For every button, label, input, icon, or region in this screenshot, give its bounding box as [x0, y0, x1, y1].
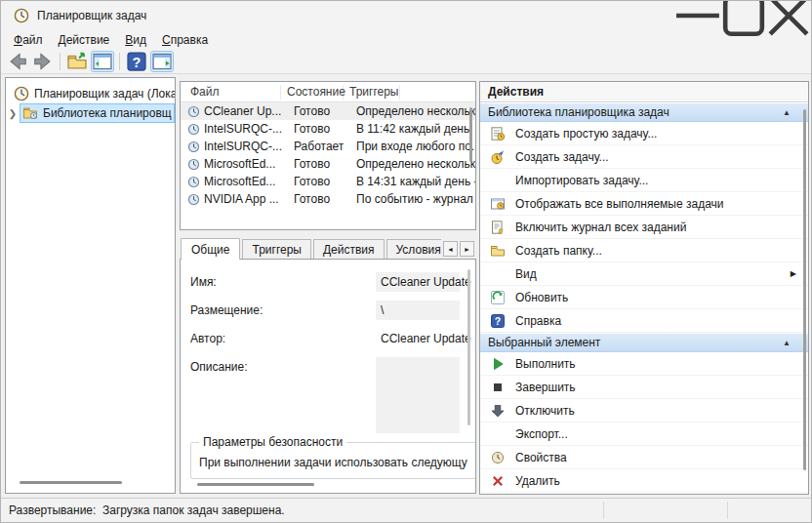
action-end[interactable]: Завершить: [480, 376, 808, 399]
column-header-file[interactable]: Файл: [181, 85, 281, 100]
action-refresh[interactable]: Обновить: [480, 286, 808, 309]
folder-up-icon: [66, 51, 88, 72]
action-view[interactable]: Вид▶: [480, 262, 808, 286]
task-row[interactable]: MicrosoftEd...ГотовоОпределено нескольк: [181, 155, 475, 173]
tab-actions[interactable]: Действия: [313, 239, 385, 260]
task-triggers: В 14:31 каждый день -: [350, 175, 475, 188]
task-row[interactable]: MicrosoftEd...ГотовоВ 14:31 каждый день …: [181, 173, 475, 190]
window-title: Планировщик задач: [37, 9, 146, 22]
tab-general[interactable]: Общие: [181, 238, 240, 260]
task-clock-icon: [187, 176, 200, 188]
close-icon: [766, 0, 811, 38]
action-label: Отображать все выполняемые задачи: [515, 197, 808, 211]
chevron-right-icon[interactable]: ❯: [6, 108, 20, 119]
back-button[interactable]: [6, 51, 29, 72]
collapse-arrow-icon[interactable]: ▲: [783, 108, 791, 117]
tab-conditions[interactable]: Условия: [386, 239, 441, 260]
task-file: CCleaner Up...: [204, 104, 288, 118]
task-list-vertical-scrollbar[interactable]: [469, 107, 472, 162]
action-label: Завершить: [515, 381, 808, 394]
field-value: CCleaner Update: [376, 272, 460, 292]
action-create-task[interactable]: Создать задачу...: [480, 145, 808, 169]
task-row[interactable]: CCleaner Up...ГотовоОпределено нескольк: [181, 102, 475, 120]
action-new-folder[interactable]: Создать папку...: [480, 239, 808, 262]
tree-item-label: Библиотека планировщ: [43, 106, 172, 120]
field-label: Описание:: [190, 357, 376, 433]
action-enable-history[interactable]: Включить журнал всех заданий: [480, 216, 808, 239]
action-help[interactable]: ?Справка: [480, 309, 808, 333]
toolbar-separator: [60, 53, 61, 70]
action-import-task[interactable]: Импортировать задачу...: [480, 169, 808, 192]
end-icon: [490, 380, 506, 395]
action-label: Создать простую задачу...: [515, 127, 808, 141]
section-header-task-scheduler-library[interactable]: Библиотека планировщика задач▲: [480, 102, 808, 122]
tab-scroll-left-button[interactable]: ◄: [443, 241, 458, 257]
task-triggers: Определено нескольк: [350, 104, 475, 118]
properties-vertical-scrollbar[interactable]: [467, 269, 470, 425]
maximize-icon: [721, 0, 766, 38]
task-row[interactable]: NVIDIA App ...ГотовоПо событию - журнал: [181, 190, 475, 208]
task-state: Готово: [288, 122, 350, 136]
task-row[interactable]: IntelSURQC-...РаботаетПри входе любого п…: [181, 138, 475, 155]
properties-horizontal-scrollbar[interactable]: [197, 483, 314, 486]
help-button[interactable]: ?: [125, 51, 148, 72]
tree-horizontal-scrollbar[interactable]: [20, 481, 122, 484]
up-one-level-button[interactable]: [65, 51, 89, 72]
action-properties[interactable]: Свойства: [480, 446, 808, 469]
menu-item-help[interactable]: Справка: [154, 31, 216, 49]
toolbar: ?: [1, 49, 811, 74]
tab-scroll-right-button[interactable]: ►: [460, 241, 474, 257]
action-display-running[interactable]: Отображать все выполняемые задачи: [480, 192, 808, 216]
task-triggers: Определено нескольк: [350, 157, 475, 171]
action-partial-item[interactable]: ?: [480, 493, 808, 495]
action-label: Импортировать задачу...: [515, 174, 808, 187]
task-clock-icon: [187, 105, 200, 118]
action-export[interactable]: Экспорт...: [480, 422, 808, 446]
minimize-button[interactable]: [676, 1, 721, 30]
svg-text:?: ?: [495, 315, 501, 327]
action-label: Удалить: [515, 474, 808, 488]
field-label: Автор:: [190, 329, 376, 348]
menu-item-action[interactable]: Действие: [51, 31, 118, 49]
create-basic-task-icon: [490, 126, 506, 141]
maximize-button[interactable]: [721, 1, 766, 30]
task-triggers: При входе любого по.: [350, 140, 475, 153]
task-row[interactable]: IntelSURQC-...ГотовоВ 11:42 каждый день: [181, 120, 475, 138]
field-label: Размещение:: [190, 301, 376, 320]
field-value: [376, 357, 460, 433]
actions-vertical-scrollbar[interactable]: [803, 109, 806, 470]
task-file: IntelSURQC-...: [204, 122, 288, 136]
security-options-group: Параметры безопасности При выполнении за…: [190, 442, 476, 479]
action-delete[interactable]: Удалить: [480, 469, 808, 493]
action-disable[interactable]: Отключить: [480, 399, 808, 422]
tree-item-task-scheduler-library[interactable]: ❯Библиотека планировщ: [6, 103, 175, 123]
disable-icon: [490, 403, 506, 419]
tab-triggers[interactable]: Триггеры: [242, 239, 311, 260]
action-pane-window-icon: [151, 51, 173, 72]
action-run[interactable]: Выполнить: [480, 352, 808, 376]
forward-button[interactable]: [31, 51, 55, 72]
security-options-text: При выполнении задачи использовать следу…: [199, 456, 476, 469]
task-file: MicrosoftEd...: [204, 157, 288, 171]
action-label: Вид: [515, 267, 791, 281]
section-header-selected-item[interactable]: Выбранный элемент▲: [480, 333, 808, 352]
action-create-basic-task[interactable]: Создать простую задачу...: [480, 122, 808, 145]
show-console-tree-button[interactable]: [91, 51, 114, 72]
menu-item-view[interactable]: Вид: [117, 31, 154, 49]
forward-arrow-icon: [32, 51, 54, 72]
action-label: Создать папку...: [515, 244, 808, 258]
close-button[interactable]: [766, 1, 811, 30]
column-header-triggers[interactable]: Триггеры: [344, 85, 400, 100]
icon-spacer: [490, 173, 506, 188]
collapse-arrow-icon[interactable]: ▲: [783, 339, 791, 347]
column-header-state[interactable]: Состояние: [281, 85, 344, 100]
menu-item-file[interactable]: Файл: [6, 31, 51, 49]
run-icon: [490, 356, 506, 372]
tree-item-task-scheduler-root[interactable]: Планировщик задач (Локал: [6, 84, 175, 103]
field-task-location: Размещение:\: [190, 301, 475, 320]
tree-item-body: Библиотека планировщ: [20, 103, 175, 123]
show-action-pane-button[interactable]: [150, 51, 174, 72]
security-options-title: Параметры безопасности: [199, 435, 346, 449]
app-clock-icon: [14, 8, 29, 23]
task-file: NVIDIA App ...: [204, 192, 288, 206]
